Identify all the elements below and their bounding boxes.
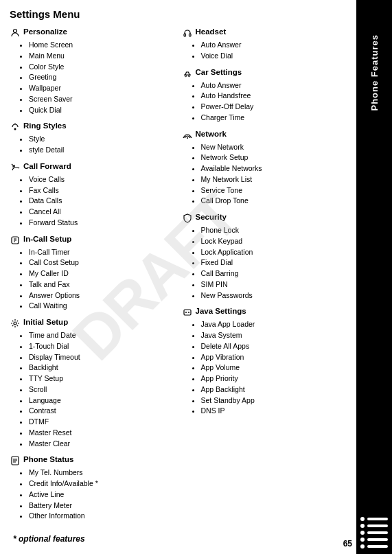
list-item: Greeting <box>29 72 178 83</box>
list-item: Credit Info/Available * <box>29 478 178 489</box>
list-item: My Caller ID <box>29 268 178 279</box>
right-column: HeadsetAuto AnswerVoice DialCar Settings… <box>182 27 350 527</box>
section-title-phone-status: Phone Status <box>23 454 73 465</box>
list-item: Talk and Fax <box>29 279 178 290</box>
list-item: Java System <box>201 330 350 341</box>
list-item: Service Tone <box>201 185 350 196</box>
list-item: Backlight <box>29 362 178 373</box>
section-items-personalize: Home ScreenMain MenuColor StyleGreetingW… <box>10 40 178 115</box>
section-items-call-forward: Voice CallsFax CallsData CallsCancel All… <box>10 174 178 229</box>
list-item: My Tel. Numbers <box>29 468 178 478</box>
section-items-initial-setup: Time and Date1-Touch DialDisplay Timeout… <box>10 330 178 449</box>
list-item: Network Setup <box>201 152 350 163</box>
list-item: Screen Saver <box>29 94 178 105</box>
sidebar-dot <box>360 538 365 542</box>
list-item: style Detail <box>29 145 178 156</box>
sidebar-line-4 <box>360 538 388 542</box>
list-item: DTMF <box>29 417 178 428</box>
list-item: Phone Lock <box>201 225 350 236</box>
java-settings-icon <box>182 307 193 318</box>
list-item: Master Reset <box>29 428 178 439</box>
section-call-forward: Call ForwardVoice CallsFax CallsData Cal… <box>10 161 178 229</box>
list-item: Available Networks <box>201 163 350 174</box>
list-item: 1-Touch Dial <box>29 341 178 352</box>
section-ring-styles: Ring StylesStyle style Detail <box>10 121 178 156</box>
list-item: Color Style <box>29 62 178 73</box>
list-item: App Vibration <box>201 352 350 363</box>
list-item: Main Menu <box>29 51 178 62</box>
section-header-phone-status: Phone Status <box>10 454 178 466</box>
section-items-car-settings: Auto AnswerAuto HandsfreePower-Off Delay… <box>182 80 350 124</box>
section-title-java-settings: Java Settings <box>196 306 246 316</box>
list-item: In-Call Timer <box>29 247 178 258</box>
svg-point-1 <box>14 128 16 130</box>
security-icon <box>182 213 193 224</box>
list-item: App Priority <box>201 373 350 384</box>
section-title-initial-setup: Initial Setup <box>23 317 68 327</box>
page-number: 65 <box>343 539 352 549</box>
list-item: Master Clear <box>29 439 178 450</box>
sidebar-bar <box>367 518 388 520</box>
svg-point-0 <box>14 30 17 33</box>
sidebar-line-3 <box>360 531 388 535</box>
section-car-settings: Car SettingsAuto AnswerAuto HandsfreePow… <box>182 67 350 124</box>
left-column: PersonalizeHome ScreenMain MenuColor Sty… <box>10 27 178 527</box>
section-network: NetworkNew NetworkNetwork SetupAvailable… <box>182 129 350 207</box>
list-item: Delete All Apps <box>201 341 350 352</box>
section-header-security: Security <box>182 212 350 224</box>
svg-point-16 <box>187 137 188 139</box>
svg-point-18 <box>185 312 187 313</box>
headset-icon <box>182 27 193 38</box>
sidebar-bottom-decoration <box>356 472 392 554</box>
list-item: SIM PIN <box>201 279 350 290</box>
section-items-ring-styles: Style style Detail <box>10 134 178 156</box>
list-item: Fax Calls <box>29 185 178 196</box>
section-header-network: Network <box>182 129 350 141</box>
list-item: Language <box>29 395 178 406</box>
optional-note: * optional features <box>10 534 349 544</box>
page-title: Settings Menu <box>10 8 349 20</box>
section-title-ring-styles: Ring Styles <box>23 121 67 131</box>
ring-styles-icon <box>10 122 21 132</box>
list-item: Time and Date <box>29 330 178 341</box>
sidebar-dot <box>360 544 365 549</box>
sidebar-dot <box>360 531 365 535</box>
section-in-call-setup: In-Call SetupIn-Call TimerCall Cost Setu… <box>10 234 178 312</box>
in-call-setup-icon <box>10 235 21 246</box>
list-item: Auto Answer <box>201 40 350 51</box>
list-item: Power-Off Delay <box>201 102 350 113</box>
section-headset: HeadsetAuto AnswerVoice Dial <box>182 27 350 62</box>
list-item: Cancel All <box>29 207 178 218</box>
sidebar-bar <box>367 524 388 527</box>
section-title-security: Security <box>196 212 227 222</box>
list-item: Set Standby App <box>201 395 350 406</box>
section-items-headset: Auto AnswerVoice Dial <box>182 40 350 62</box>
section-personalize: PersonalizeHome ScreenMain MenuColor Sty… <box>10 27 178 115</box>
sidebar-dot <box>360 517 365 521</box>
list-item: Answer Options <box>29 290 178 301</box>
car-settings-icon <box>182 68 193 79</box>
section-header-personalize: Personalize <box>10 27 178 38</box>
list-item: Home Screen <box>29 40 178 51</box>
svg-point-7 <box>14 322 16 325</box>
list-item: My Network List <box>201 174 350 185</box>
sidebar-vertical-text: Phone Features <box>369 34 380 111</box>
list-item: Voice Dial <box>201 51 350 62</box>
list-item: Call Cost Setup <box>29 257 178 268</box>
section-phone-status: Phone StatusMy Tel. NumbersCredit Info/A… <box>10 454 178 522</box>
sidebar-bar <box>367 545 388 548</box>
sidebar-bar <box>367 531 388 534</box>
list-item: Active Line <box>29 489 178 500</box>
list-item: Fixed Dial <box>201 257 350 268</box>
svg-rect-17 <box>184 310 191 315</box>
initial-setup-icon <box>10 318 21 329</box>
list-item: Scroll <box>29 384 178 395</box>
list-item: Other Information <box>29 511 178 522</box>
section-header-initial-setup: Initial Setup <box>10 317 178 329</box>
section-title-network: Network <box>196 129 227 139</box>
list-item: New Network <box>201 142 350 153</box>
section-items-java-settings: Java App LoaderJava SystemDelete All App… <box>182 319 350 417</box>
list-item: App Backlight <box>201 384 350 395</box>
section-header-call-forward: Call Forward <box>10 161 178 173</box>
columns-wrapper: PersonalizeHome ScreenMain MenuColor Sty… <box>10 27 349 527</box>
